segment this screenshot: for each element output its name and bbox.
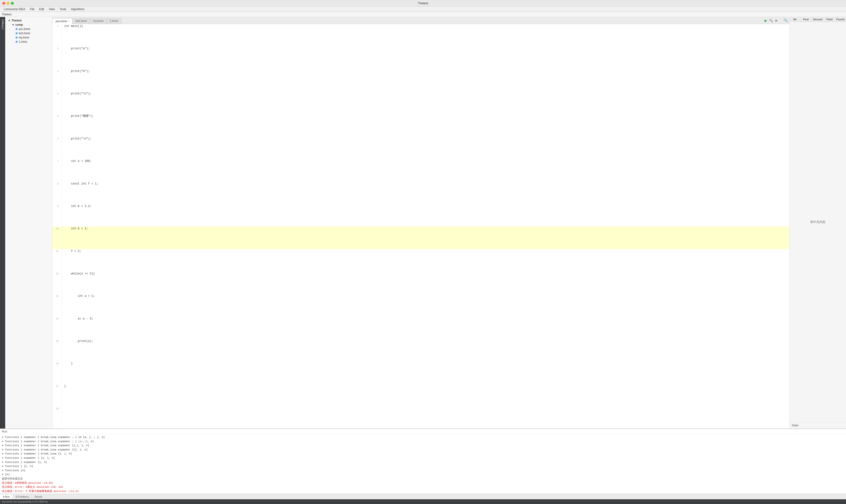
line-number: 15 [52, 339, 62, 361]
bottom-tab-result[interactable]: Result [32, 494, 45, 499]
line-number: 9 [52, 204, 62, 227]
tree-file-my-lome[interactable]: my.lome [15, 35, 50, 40]
line-content: int a = 100; [62, 159, 789, 181]
code-line-4: 4 print("\n"); [52, 92, 789, 114]
line-number: 16 [52, 361, 62, 384]
code-editor[interactable]: 1int main(){2 print("a");3 print("b");4 … [52, 24, 789, 429]
bottom-tab-problems[interactable]: 6:Problems [13, 494, 32, 499]
menu-algorithms[interactable]: Algorithms [69, 7, 86, 11]
code-line-6: 6 print("\n"); [52, 137, 789, 159]
menu-file[interactable]: File [28, 7, 36, 11]
line-number: 17 [52, 384, 62, 407]
line-number: 10 [52, 227, 62, 249]
tab-test-lome[interactable]: test.lome [72, 18, 90, 24]
status-text: you.lome run successfully in 0 s 409 ms [2, 500, 48, 503]
tab-1-lome[interactable]: 1.lome [107, 18, 121, 24]
run-output: # functions } expmaker } break_loop expm… [0, 434, 846, 493]
code-line-15: 15 print(a); [52, 339, 789, 361]
line-number: 2 [52, 47, 62, 69]
code-line-10: 10 int b = 1; [52, 227, 789, 249]
bottom-tab-run[interactable]: 4:Run [0, 494, 13, 499]
line-content: int b = 1.2; [62, 204, 789, 227]
line-number: 8 [52, 182, 62, 204]
tree-file-test-lome[interactable]: test.lome [15, 31, 50, 35]
line-content: print("\n"); [62, 137, 789, 159]
code-line-7: 7 int a = 100; [52, 159, 789, 181]
sidebar-tab: 1:Project [0, 17, 5, 429]
close-button[interactable] [2, 2, 5, 5]
folder-open-icon: ▼ [12, 23, 14, 26]
line-content: const int f = 1; [62, 182, 789, 204]
run-output-line: # functions } expmaker } break_loop {}, … [2, 452, 844, 456]
run-output-line: # functions } expmaker } break_loop expm… [2, 439, 844, 444]
col-second: Second [812, 17, 824, 22]
status-bar: you.lome run successfully in 0 s 409 ms [0, 499, 846, 504]
window-title: Thetest [418, 1, 428, 5]
menu-edit[interactable]: Edit [37, 7, 46, 11]
tab-label-0: you.lome [55, 20, 67, 23]
maximize-button[interactable] [11, 2, 14, 5]
run-output-line: # functions [#] [2, 469, 844, 473]
code-line-18: 18 [52, 407, 789, 429]
code-line-8: 8 const int f = 1; [52, 182, 789, 204]
tab-close-icon[interactable]: × [68, 20, 69, 22]
code-line-17: 17} [52, 384, 789, 407]
editor-top-bar: you.lome × test.lome my.lome 1.lome ▶ 🔨 … [52, 17, 789, 24]
project-bar-label: Thetest [2, 13, 11, 16]
folder-icon: ▼ [8, 19, 11, 22]
tree-file-label-3: 1.lome [19, 40, 27, 43]
run-output-line: # functions } expmaker } {}, }, #] [2, 456, 844, 460]
code-line-16: 16 } [52, 361, 789, 384]
run-button[interactable]: ▶ [763, 18, 768, 23]
right-panel: No First Second Third Fourth 表中无内容 Table… [789, 17, 846, 429]
run-output-line: # functions } expmaker } break_loop expm… [2, 444, 844, 448]
build-button[interactable]: 🔨 [769, 18, 773, 23]
stop-button[interactable]: ■ [774, 18, 778, 23]
col-no: No [790, 17, 800, 22]
code-line-12: 12 while(a >= 2){ [52, 272, 789, 294]
table-empty-text: 表中无内容 [810, 220, 826, 224]
sidebar-tab-project[interactable]: 1:Project [0, 17, 5, 32]
line-number: 14 [52, 317, 62, 339]
menu-tools[interactable]: Tools [58, 7, 68, 11]
run-label: Run: [0, 429, 846, 434]
code-line-3: 3 print("b"); [52, 69, 789, 92]
tab-label-2: my.lome [93, 19, 103, 23]
run-output-line: 语义错误：error: f 常量不能被重复赋值 position :(11,6) [2, 489, 844, 493]
menu-bar: Lomesome IDEA File Edit View Tools Algor… [0, 6, 846, 12]
menu-lomesome-idea[interactable]: Lomesome IDEA [2, 7, 27, 11]
line-number: 12 [52, 272, 62, 294]
line-content: print("b"); [62, 69, 789, 92]
tab-you-lome[interactable]: you.lome × [52, 18, 72, 24]
tree-file-1-lome[interactable]: 1.lome [15, 40, 50, 44]
line-number: 5 [52, 114, 62, 137]
tree-file-you-lome[interactable]: you.lome [15, 27, 50, 31]
file-tree: ▼ Thetest ▼ comp you.lome test.lome [5, 17, 52, 429]
line-content: int a = 1; [62, 294, 789, 317]
line-number: 4 [52, 92, 62, 114]
bottom-tabs: 4:Run 6:Problems Result [0, 493, 846, 499]
tab-my-lome[interactable]: my.lome [90, 18, 106, 24]
tree-file-label-2: my.lome [19, 36, 29, 39]
line-number: 6 [52, 137, 62, 159]
code-line-9: 9 int b = 1.2; [52, 204, 789, 227]
code-line-14: 14 a= a - 3; [52, 317, 789, 339]
line-number: 13 [52, 294, 62, 317]
project-bar: Thetest [0, 12, 846, 17]
run-output-line: 该语句符合该文法 [2, 477, 844, 481]
run-output-line: # functions } {}, #] [2, 464, 844, 469]
code-line-13: 13 int a = 1; [52, 294, 789, 317]
search-icon[interactable]: 🔍 [783, 18, 788, 22]
line-content: } [62, 384, 789, 407]
tree-comp-folder[interactable]: ▼ comp [11, 23, 50, 27]
line-number: 18 [52, 407, 62, 429]
minimize-button[interactable] [6, 2, 10, 5]
run-output-line: # functions } expmaker } break_loop expm… [2, 435, 844, 439]
table-header-row: No First Second Third Fourth [790, 17, 846, 22]
menu-view[interactable]: View [47, 7, 57, 11]
file-dot-icon [16, 28, 17, 30]
col-third: Third [824, 17, 835, 22]
tree-root-folder[interactable]: ▼ Thetest [7, 18, 50, 23]
tab-label-3: 1.lome [110, 19, 118, 23]
table-content: 表中无内容 [790, 22, 846, 422]
